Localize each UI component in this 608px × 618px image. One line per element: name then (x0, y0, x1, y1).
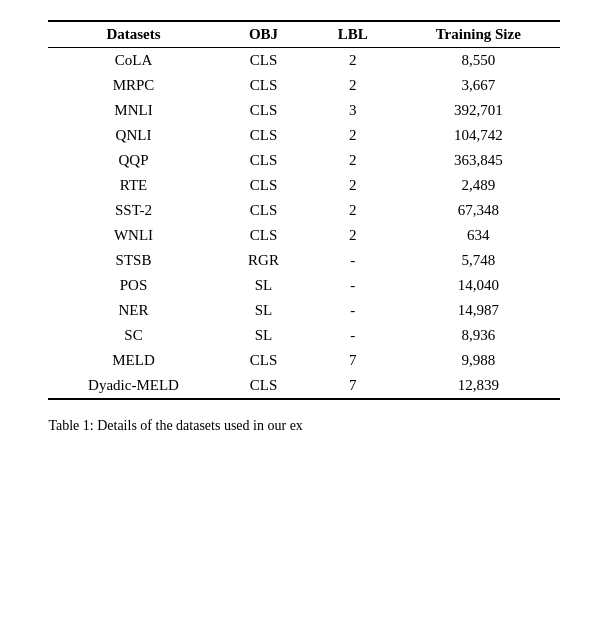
table-row: MELDCLS79,988 (48, 348, 559, 373)
cell-13-2: 7 (308, 373, 397, 399)
cell-5-0: RTE (48, 173, 218, 198)
cell-2-0: MNLI (48, 98, 218, 123)
cell-3-2: 2 (308, 123, 397, 148)
cell-7-1: CLS (219, 223, 309, 248)
table-row: CoLACLS28,550 (48, 48, 559, 74)
cell-3-0: QNLI (48, 123, 218, 148)
cell-13-1: CLS (219, 373, 309, 399)
cell-10-1: SL (219, 298, 309, 323)
cell-11-1: SL (219, 323, 309, 348)
table-header-row: Datasets OBJ LBL Training Size (48, 21, 559, 48)
cell-9-1: SL (219, 273, 309, 298)
cell-5-1: CLS (219, 173, 309, 198)
cell-6-2: 2 (308, 198, 397, 223)
cell-3-3: 104,742 (397, 123, 560, 148)
cell-6-1: CLS (219, 198, 309, 223)
cell-8-2: - (308, 248, 397, 273)
cell-1-2: 2 (308, 73, 397, 98)
cell-12-3: 9,988 (397, 348, 560, 373)
cell-7-0: WNLI (48, 223, 218, 248)
cell-0-1: CLS (219, 48, 309, 74)
data-table: Datasets OBJ LBL Training Size CoLACLS28… (48, 20, 559, 400)
cell-11-3: 8,936 (397, 323, 560, 348)
cell-6-0: SST-2 (48, 198, 218, 223)
table-row: SST-2CLS267,348 (48, 198, 559, 223)
header-datasets: Datasets (48, 21, 218, 48)
cell-8-3: 5,748 (397, 248, 560, 273)
cell-4-1: CLS (219, 148, 309, 173)
cell-6-3: 67,348 (397, 198, 560, 223)
cell-4-0: QQP (48, 148, 218, 173)
cell-12-0: MELD (48, 348, 218, 373)
cell-10-0: NER (48, 298, 218, 323)
table-caption: Table 1: Details of the datasets used in… (48, 416, 559, 436)
cell-9-0: POS (48, 273, 218, 298)
table-row: STSBRGR-5,748 (48, 248, 559, 273)
cell-4-2: 2 (308, 148, 397, 173)
cell-13-3: 12,839 (397, 373, 560, 399)
cell-1-0: MRPC (48, 73, 218, 98)
cell-2-3: 392,701 (397, 98, 560, 123)
cell-0-2: 2 (308, 48, 397, 74)
table-row: SCSL-8,936 (48, 323, 559, 348)
cell-2-2: 3 (308, 98, 397, 123)
cell-0-0: CoLA (48, 48, 218, 74)
cell-8-1: RGR (219, 248, 309, 273)
table-row: MNLICLS3392,701 (48, 98, 559, 123)
cell-2-1: CLS (219, 98, 309, 123)
header-training-size: Training Size (397, 21, 560, 48)
cell-13-0: Dyadic-MELD (48, 373, 218, 399)
cell-11-2: - (308, 323, 397, 348)
table-row: NERSL-14,987 (48, 298, 559, 323)
cell-1-3: 3,667 (397, 73, 560, 98)
cell-5-2: 2 (308, 173, 397, 198)
cell-10-2: - (308, 298, 397, 323)
cell-0-3: 8,550 (397, 48, 560, 74)
table-row: POSSL-14,040 (48, 273, 559, 298)
cell-10-3: 14,987 (397, 298, 560, 323)
cell-5-3: 2,489 (397, 173, 560, 198)
cell-11-0: SC (48, 323, 218, 348)
table-row: WNLICLS2634 (48, 223, 559, 248)
cell-7-3: 634 (397, 223, 560, 248)
cell-9-3: 14,040 (397, 273, 560, 298)
table-row: QNLICLS2104,742 (48, 123, 559, 148)
cell-12-1: CLS (219, 348, 309, 373)
table-row: MRPCCLS23,667 (48, 73, 559, 98)
cell-9-2: - (308, 273, 397, 298)
cell-1-1: CLS (219, 73, 309, 98)
cell-12-2: 7 (308, 348, 397, 373)
header-lbl: LBL (308, 21, 397, 48)
header-obj: OBJ (219, 21, 309, 48)
cell-7-2: 2 (308, 223, 397, 248)
table-row: RTECLS22,489 (48, 173, 559, 198)
table-row: QQPCLS2363,845 (48, 148, 559, 173)
table-container: Datasets OBJ LBL Training Size CoLACLS28… (20, 20, 588, 436)
cell-3-1: CLS (219, 123, 309, 148)
cell-8-0: STSB (48, 248, 218, 273)
cell-4-3: 363,845 (397, 148, 560, 173)
table-row: Dyadic-MELDCLS712,839 (48, 373, 559, 399)
